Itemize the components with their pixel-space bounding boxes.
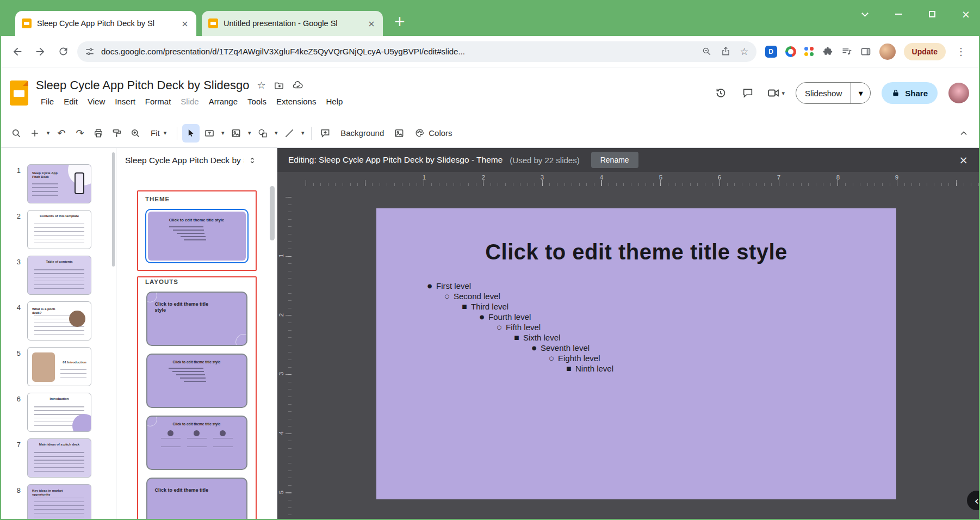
hide-menus-icon[interactable] [955,124,972,143]
profile-avatar[interactable] [879,44,896,60]
insert-image-dropdown-icon[interactable]: ▾ [246,129,253,137]
menu-file[interactable]: File [36,95,59,108]
slide-thumbnail[interactable]: Main ideas of a pitch deck [27,438,91,478]
undo-icon[interactable]: ↶ [53,124,70,143]
image-placeholder-icon[interactable] [390,124,408,143]
reload-button[interactable] [54,43,72,60]
bookmark-star-icon[interactable]: ☆ [740,47,748,57]
menu-format[interactable]: Format [140,95,176,108]
print-icon[interactable] [90,124,107,143]
share-button[interactable]: Share [882,82,938,104]
menu-edit[interactable]: Edit [59,95,83,108]
back-button[interactable] [9,43,26,60]
theme-panel-scrollbar[interactable] [270,186,275,240]
menu-insert[interactable]: Insert [110,95,140,108]
layout-thumbnail-2[interactable]: Click to edit theme title style [146,354,247,408]
chrome-update-button[interactable]: Update [904,43,946,60]
slide-thumbnail[interactable]: Table of contents [27,256,91,295]
document-title[interactable]: Sleep Cycle App Pitch Deck by Slidesgo [36,78,250,92]
extensions-puzzle-icon[interactable] [822,46,833,57]
forward-button[interactable] [32,43,49,60]
menu-help[interactable]: Help [321,95,348,108]
close-window-button[interactable]: × [960,9,971,20]
insert-image-icon[interactable] [227,124,245,143]
new-slide-button[interactable] [26,124,44,143]
star-document-icon[interactable]: ☆ [257,81,266,90]
colors-button[interactable]: Colors [409,124,457,143]
search-menus-icon[interactable] [8,124,25,143]
insert-comment-icon[interactable] [317,124,334,143]
slide-thumbnail[interactable]: Introduction [27,393,91,432]
layout-thumbnail-1[interactable]: Click to edit theme title style [146,292,247,346]
theme-panel-header[interactable]: Sleep Cycle App Pitch Deck by Slidesgo [116,148,277,173]
meet-dropdown-icon[interactable]: ▾ [781,90,785,97]
move-folder-icon[interactable] [274,80,284,91]
insert-shape-icon[interactable] [254,124,271,143]
paint-format-icon[interactable] [108,124,126,143]
slideshow-button[interactable]: Slideshow ▾ [796,82,871,104]
text-box-icon[interactable] [201,124,218,143]
rename-button[interactable]: Rename [591,152,638,168]
slideshow-dropdown-icon[interactable]: ▾ [851,83,870,103]
meet-button[interactable]: ▾ [767,86,785,100]
media-controls-icon[interactable] [841,46,852,57]
share-label: Share [905,89,928,98]
collapse-panel-button[interactable]: ‹ [967,491,979,510]
background-button[interactable]: Background [335,124,389,143]
bullet-level: ○Eighth level [425,353,896,363]
account-avatar[interactable] [948,83,969,103]
minimize-button[interactable] [893,9,904,20]
slide-thumbnail[interactable]: Contents of this template [27,210,91,249]
slides-favicon-icon [208,18,218,28]
select-tool-icon[interactable] [182,124,200,143]
new-tab-button[interactable]: + [392,13,408,29]
slide-thumbnail[interactable]: Sleep Cycle App Pitch Deck [27,164,91,203]
zoom-tool-icon[interactable] [127,124,144,143]
extension-d-icon[interactable]: D [765,46,777,58]
slide-thumbnail[interactable]: 01 Introduction [27,347,91,386]
slides-logo-icon[interactable] [10,81,28,106]
layout-thumbnail-3[interactable]: Click to edit theme title style [146,416,247,470]
insert-shape-dropdown-icon[interactable]: ▾ [272,129,280,137]
tab-close-icon[interactable]: × [367,18,376,29]
zoom-icon[interactable] [702,46,712,57]
theme-master-thumbnail[interactable]: Click to edit theme title style [145,209,249,263]
version-history-icon[interactable] [712,85,729,101]
menu-arrange[interactable]: Arrange [204,95,243,108]
slide-thumbnail[interactable]: Key ideas in market opportunity [27,484,91,519]
insert-line-dropdown-icon[interactable]: ▾ [299,129,306,137]
filmstrip-scrollbar[interactable] [112,152,115,267]
layout-thumbnail-4[interactable]: Click to edit theme title [146,478,247,519]
tab-sleep-cycle[interactable]: Sleep Cycle App Pitch Deck by Sl × [15,11,196,36]
tab-untitled-presentation[interactable]: Untitled presentation - Google Sl × [202,11,383,36]
ruler-mark: 7 [777,174,780,181]
layout-title: Click to edit theme title style [147,360,246,364]
menu-extensions[interactable]: Extensions [271,95,321,108]
slide-title-placeholder[interactable]: Click to edit theme title style [376,208,896,264]
side-panel-icon[interactable] [860,46,871,57]
close-theme-editor-icon[interactable]: × [959,154,968,165]
extension-colorful-icon[interactable] [804,47,814,57]
comments-icon[interactable] [740,85,756,101]
zoom-fit-dropdown[interactable]: Fit ▾ [145,124,172,143]
url-bar[interactable]: docs.google.com/presentation/d/1TZq4AWgi… [77,41,756,62]
insert-line-icon[interactable] [281,124,298,143]
menu-view[interactable]: View [83,95,110,108]
slide-thumbnail[interactable]: What is a pitch deck? [27,301,91,341]
new-slide-dropdown-icon[interactable]: ▾ [45,129,52,137]
tab-close-icon[interactable]: × [180,18,190,29]
slide-body-placeholder[interactable]: ●First level ○Second level ■Third level … [425,281,896,374]
menu-slide[interactable]: Slide [176,95,203,108]
tab-search-chevron-icon[interactable] [859,9,870,20]
browser-menu-icon[interactable]: ⋮ [954,46,968,57]
site-info-icon[interactable] [85,47,95,57]
maximize-button[interactable] [927,9,938,20]
share-page-icon[interactable] [721,46,731,57]
text-box-dropdown-icon[interactable]: ▾ [219,129,226,137]
redo-icon[interactable]: ↷ [71,124,89,143]
theme-master-slide[interactable]: Click to edit theme title style ●First l… [376,208,896,499]
slideshow-label[interactable]: Slideshow [796,83,851,103]
extension-circle-icon[interactable] [785,46,796,57]
menu-tools[interactable]: Tools [243,95,271,108]
unfold-more-icon[interactable] [248,156,257,165]
